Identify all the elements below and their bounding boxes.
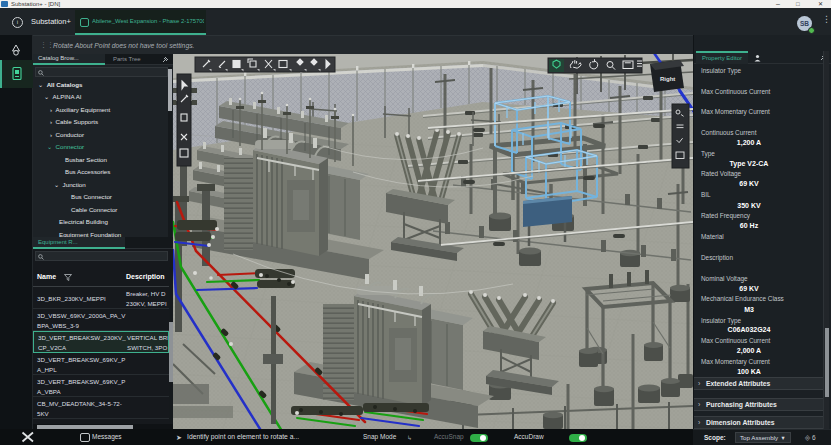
svg-text:Right: Right bbox=[660, 76, 675, 82]
